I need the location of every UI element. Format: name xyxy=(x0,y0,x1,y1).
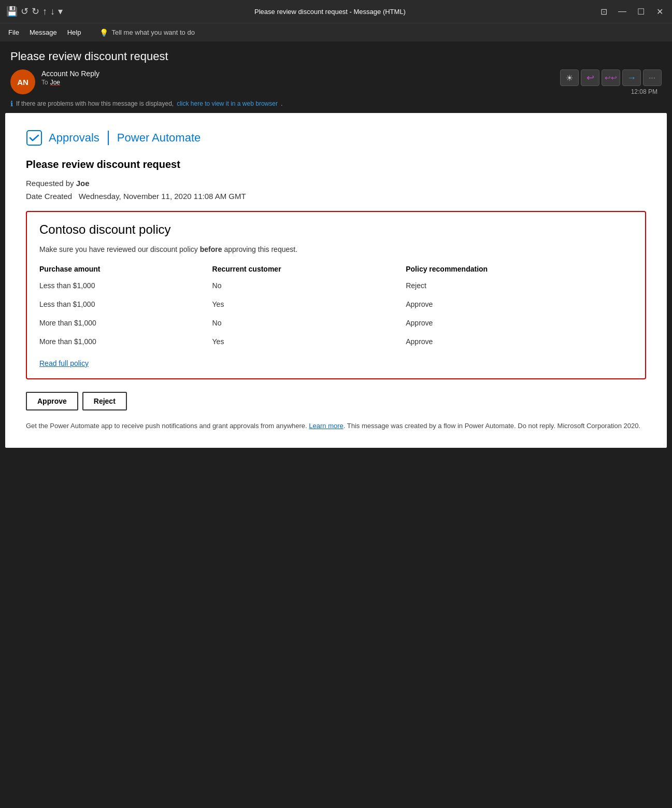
approvals-icon xyxy=(26,130,42,146)
avatar: AN xyxy=(10,69,35,94)
cell-recurrent-3: No xyxy=(212,314,406,332)
upload-icon[interactable]: ↑ xyxy=(42,6,47,17)
more-options-button[interactable]: ··· xyxy=(643,69,662,86)
date-created-label: Date Created xyxy=(26,192,72,201)
policy-description: Make sure you have reviewed our discount… xyxy=(39,245,633,253)
approvals-label: Approvals xyxy=(49,131,99,145)
email-action-buttons: ☀ ↩ ↩↩ → ··· xyxy=(560,69,662,86)
tell-me-search[interactable]: 💡 Tell me what you want to do xyxy=(99,29,194,37)
footer-text: Get the Power Automate app to receive pu… xyxy=(26,421,646,431)
info-text: If there are problems with how this mess… xyxy=(16,100,174,107)
cell-recurrent-2: Yes xyxy=(212,295,406,314)
search-placeholder-text: Tell me what you want to do xyxy=(111,29,194,36)
col-policy-recommendation: Policy recommendation xyxy=(406,262,633,276)
reply-icon: ↩ xyxy=(587,72,594,83)
read-full-policy-link[interactable]: Read full policy xyxy=(39,359,89,367)
footer-text-1: Get the Power Automate app to receive pu… xyxy=(26,422,309,430)
dropdown-icon[interactable]: ▾ xyxy=(58,6,63,17)
close-icon[interactable]: ✕ xyxy=(653,7,666,17)
policy-desc-bold: before xyxy=(200,245,222,253)
download-icon[interactable]: ↓ xyxy=(50,6,55,17)
view-in-browser-link[interactable]: click here to view it in a web browser xyxy=(177,100,278,107)
reply-all-icon: ↩↩ xyxy=(605,74,617,82)
info-text-end: . xyxy=(281,100,282,107)
menu-help[interactable]: Help xyxy=(67,29,81,36)
email-timestamp: 12:08 PM xyxy=(631,88,657,95)
email-header: Please review discount request AN Accoun… xyxy=(0,41,672,113)
redo-icon[interactable]: ↻ xyxy=(32,6,39,17)
table-row: Less than $1,000 Yes Approve xyxy=(39,295,633,314)
col-purchase-amount: Purchase amount xyxy=(39,262,212,276)
menu-bar: File Message Help 💡 Tell me what you wan… xyxy=(0,23,672,41)
date-created-value: Wednesday, November 11, 2020 11:08 AM GM… xyxy=(79,192,246,201)
title-bar: 💾 ↺ ↻ ↑ ↓ ▾ Please review discount reque… xyxy=(0,0,672,23)
to-label: To xyxy=(41,79,48,86)
window-icon[interactable]: ⊡ xyxy=(597,7,610,17)
date-created: Date Created Wednesday, November 11, 202… xyxy=(26,192,646,201)
sun-icon: ☀ xyxy=(566,73,573,83)
cell-purchase-4: More than $1,000 xyxy=(39,332,212,351)
policy-desc-2: approving this request. xyxy=(222,245,298,253)
policy-box: Contoso discount policy Make sure you ha… xyxy=(26,211,646,379)
col-recurrent-customer: Recurrent customer xyxy=(212,262,406,276)
window-controls: ⊡ — ☐ ✕ xyxy=(597,7,666,17)
cell-purchase-3: More than $1,000 xyxy=(39,314,212,332)
to-recipient: Joe xyxy=(50,79,60,86)
email-meta-row: AN Account No Reply To Joe ☀ ↩ ↩↩ xyxy=(10,69,662,95)
sender-to-row: To Joe xyxy=(41,79,99,86)
footer-text-2: . This message was created by a flow in … xyxy=(344,422,640,430)
menu-message[interactable]: Message xyxy=(30,29,57,36)
approvals-divider xyxy=(108,131,109,145)
table-row: Less than $1,000 No Reject xyxy=(39,276,633,295)
reject-button[interactable]: Reject xyxy=(82,392,127,410)
menu-file[interactable]: File xyxy=(8,29,19,36)
requested-by-label: Requested by xyxy=(26,179,74,188)
approvals-header: Approvals Power Automate xyxy=(26,130,646,146)
policy-title: Contoso discount policy xyxy=(39,222,633,237)
sender-info: Account No Reply To Joe xyxy=(41,69,99,86)
sender-section: AN Account No Reply To Joe xyxy=(10,69,99,94)
cell-purchase-2: Less than $1,000 xyxy=(39,295,212,314)
sender-name: Account No Reply xyxy=(41,69,99,78)
info-bar: ℹ If there are problems with how this me… xyxy=(10,100,662,108)
info-icon: ℹ xyxy=(10,100,13,108)
approve-button[interactable]: Approve xyxy=(26,392,78,410)
undo-icon[interactable]: ↺ xyxy=(21,6,28,17)
policy-desc-1: Make sure you have reviewed our discount… xyxy=(39,245,200,253)
action-buttons: Approve Reject xyxy=(26,392,646,410)
requested-by-name: Joe xyxy=(76,179,90,188)
svg-rect-0 xyxy=(27,131,41,145)
cell-purchase-1: Less than $1,000 xyxy=(39,276,212,295)
cell-recommendation-4: Approve xyxy=(406,332,633,351)
forward-icon: → xyxy=(627,73,636,83)
more-icon: ··· xyxy=(649,74,655,81)
requested-by: Requested by Joe xyxy=(26,179,646,188)
reply-button[interactable]: ↩ xyxy=(581,69,599,86)
email-subject: Please review discount request xyxy=(10,50,662,63)
policy-table: Purchase amount Recurrent customer Polic… xyxy=(39,262,633,351)
forward-button[interactable]: → xyxy=(622,69,641,86)
reply-all-button[interactable]: ↩↩ xyxy=(602,69,620,86)
email-body-title: Please review discount request xyxy=(26,159,646,171)
table-row: More than $1,000 No Approve xyxy=(39,314,633,332)
save-icon[interactable]: 💾 xyxy=(6,6,18,17)
learn-more-link[interactable]: Learn more xyxy=(309,422,343,430)
table-row: More than $1,000 Yes Approve xyxy=(39,332,633,351)
timestamp-row: 12:08 PM xyxy=(631,88,662,95)
title-bar-left: 💾 ↺ ↻ ↑ ↓ ▾ xyxy=(6,6,63,17)
window-title: Please review discount request - Message… xyxy=(67,8,593,16)
cell-recommendation-3: Approve xyxy=(406,314,633,332)
table-header-row: Purchase amount Recurrent customer Polic… xyxy=(39,262,633,276)
minimize-icon[interactable]: — xyxy=(616,7,628,16)
cell-recommendation-2: Approve xyxy=(406,295,633,314)
cell-recurrent-1: No xyxy=(212,276,406,295)
power-automate-label: Power Automate xyxy=(117,131,201,145)
lightbulb-icon: 💡 xyxy=(99,29,108,37)
maximize-icon[interactable]: ☐ xyxy=(635,7,647,17)
cell-recommendation-1: Reject xyxy=(406,276,633,295)
theme-toggle-button[interactable]: ☀ xyxy=(560,69,579,86)
email-body: Approvals Power Automate Please review d… xyxy=(5,113,667,448)
cell-recurrent-4: Yes xyxy=(212,332,406,351)
